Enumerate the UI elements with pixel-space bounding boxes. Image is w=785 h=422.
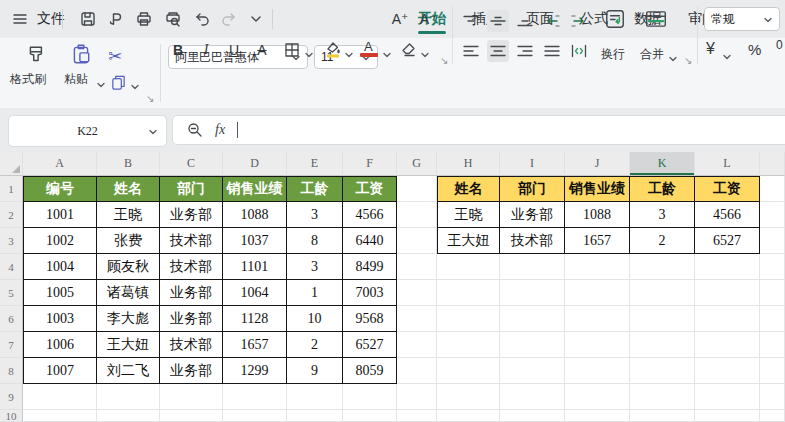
- formula-input[interactable]: fx: [172, 115, 785, 145]
- cell-G7[interactable]: [397, 332, 437, 358]
- cell-D7[interactable]: 1657: [223, 332, 287, 358]
- column-header-K[interactable]: K: [630, 152, 695, 176]
- cell-B7[interactable]: 王大妞: [97, 332, 160, 358]
- cell-D6[interactable]: 1128: [223, 306, 287, 332]
- format-painter-icon[interactable]: [26, 44, 48, 66]
- cell-L5[interactable]: [695, 280, 760, 306]
- cell-K10[interactable]: [630, 410, 695, 422]
- cell-G9[interactable]: [397, 384, 437, 410]
- cell-H9[interactable]: [437, 384, 500, 410]
- cell-F2[interactable]: 4566: [343, 202, 397, 228]
- cell-K1[interactable]: 工龄: [630, 176, 695, 202]
- cell-A8[interactable]: 1007: [23, 358, 97, 384]
- cell-B3[interactable]: 张费: [97, 228, 160, 254]
- cell-H3[interactable]: 王大妞: [437, 228, 500, 254]
- row-header-5[interactable]: 5: [0, 280, 23, 306]
- cell-A2[interactable]: 1001: [23, 202, 97, 228]
- cell-I8[interactable]: [500, 358, 565, 384]
- cell-C1[interactable]: 部门: [160, 176, 223, 202]
- align-top-icon[interactable]: [460, 10, 482, 32]
- cell-J6[interactable]: [565, 306, 630, 332]
- cell-H8[interactable]: [437, 358, 500, 384]
- cell-I5[interactable]: [500, 280, 565, 306]
- cell-K6[interactable]: [630, 306, 695, 332]
- cell-A10[interactable]: [23, 410, 97, 422]
- cell-B4[interactable]: 顾友秋: [97, 254, 160, 280]
- increase-indent-icon[interactable]: [568, 10, 590, 32]
- cell-E8[interactable]: 9: [287, 358, 343, 384]
- borders-icon[interactable]: [284, 42, 300, 58]
- cell-B6[interactable]: 李大彪: [97, 306, 160, 332]
- cell-L6[interactable]: [695, 306, 760, 332]
- font-color-chevron-icon[interactable]: [382, 46, 392, 56]
- cell-K7[interactable]: [630, 332, 695, 358]
- cell-A3[interactable]: 1002: [23, 228, 97, 254]
- cell-J9[interactable]: [565, 384, 630, 410]
- name-box-chevron-icon[interactable]: [148, 126, 158, 136]
- wrap-text-icon[interactable]: [604, 8, 626, 30]
- cell-F1[interactable]: 工资: [343, 176, 397, 202]
- cell-L7[interactable]: [695, 332, 760, 358]
- cell-I7[interactable]: [500, 332, 565, 358]
- cell-x2[interactable]: [760, 202, 785, 228]
- align-left-icon[interactable]: [460, 40, 482, 62]
- borders-chevron-icon[interactable]: [304, 46, 314, 56]
- cell-B8[interactable]: 刘二飞: [97, 358, 160, 384]
- cell-C7[interactable]: 技术部: [160, 332, 223, 358]
- cell-I4[interactable]: [500, 254, 565, 280]
- column-header-A[interactable]: A: [23, 152, 97, 176]
- cell-K9[interactable]: [630, 384, 695, 410]
- cell-J8[interactable]: [565, 358, 630, 384]
- cell-F8[interactable]: 8059: [343, 358, 397, 384]
- cell-G6[interactable]: [397, 306, 437, 332]
- cell-H7[interactable]: [437, 332, 500, 358]
- cell-D10[interactable]: [223, 410, 287, 422]
- column-header-E[interactable]: E: [287, 152, 343, 176]
- fill-color-chevron-icon[interactable]: [344, 46, 354, 56]
- cell-J1[interactable]: 销售业绩: [565, 176, 630, 202]
- cell-I1[interactable]: 部门: [500, 176, 565, 202]
- cell-A5[interactable]: 1005: [23, 280, 97, 306]
- column-header-L[interactable]: L: [695, 152, 760, 176]
- zoom-out-magnifier-icon[interactable]: [187, 122, 203, 138]
- file-menu-label[interactable]: 文件: [37, 10, 65, 28]
- cell-G5[interactable]: [397, 280, 437, 306]
- cell-L1[interactable]: 工资: [695, 176, 760, 202]
- column-header-G[interactable]: G: [397, 152, 437, 176]
- copy-icon[interactable]: [110, 74, 127, 91]
- cell-C10[interactable]: [160, 410, 223, 422]
- cell-J5[interactable]: [565, 280, 630, 306]
- cell-D2[interactable]: 1088: [223, 202, 287, 228]
- cell-x3[interactable]: [760, 228, 785, 254]
- cell-B9[interactable]: [97, 384, 160, 410]
- cell-J2[interactable]: 1088: [565, 202, 630, 228]
- cell-x5[interactable]: [760, 280, 785, 306]
- number-format-combo[interactable]: 常规: [704, 7, 780, 31]
- row-header-4[interactable]: 4: [0, 254, 23, 280]
- row-header-7[interactable]: 7: [0, 332, 23, 358]
- cell-I10[interactable]: [500, 410, 565, 422]
- align-right-icon[interactable]: [514, 40, 536, 62]
- cell-J10[interactable]: [565, 410, 630, 422]
- file-menu[interactable]: 文件: [10, 0, 65, 38]
- cell-A9[interactable]: [23, 384, 97, 410]
- cell-x7[interactable]: [760, 332, 785, 358]
- row-header-1[interactable]: 1: [0, 176, 23, 202]
- cell-x1[interactable]: [760, 176, 785, 202]
- clear-format-chevron-icon[interactable]: [420, 46, 430, 56]
- copy-chevron-icon[interactable]: [130, 78, 140, 88]
- cell-F9[interactable]: [343, 384, 397, 410]
- font-dialog-launcher-icon[interactable]: ↘: [440, 56, 448, 66]
- cell-C3[interactable]: 技术部: [160, 228, 223, 254]
- row-header-10[interactable]: 10: [0, 410, 23, 422]
- cell-F4[interactable]: 8499: [343, 254, 397, 280]
- cell-L10[interactable]: [695, 410, 760, 422]
- cell-I2[interactable]: 业务部: [500, 202, 565, 228]
- cell-B1[interactable]: 姓名: [97, 176, 160, 202]
- print-preview-icon[interactable]: [163, 9, 183, 29]
- cell-J7[interactable]: [565, 332, 630, 358]
- cell-H1[interactable]: 姓名: [437, 176, 500, 202]
- underline-button[interactable]: U: [224, 40, 244, 60]
- cell-A6[interactable]: 1003: [23, 306, 97, 332]
- cell-J3[interactable]: 1657: [565, 228, 630, 254]
